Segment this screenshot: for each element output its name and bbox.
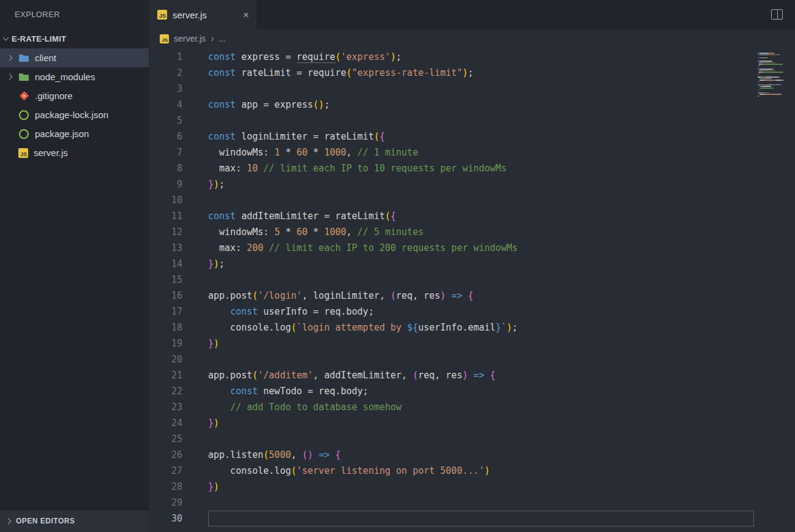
file-label: .gitignore (35, 91, 73, 101)
code-line[interactable]: 16app.post('/login', loginLimiter, (req,… (149, 288, 795, 304)
code-line[interactable]: 12 windowMs: 5 * 60 * 1000, // 5 minutes (149, 224, 795, 240)
code-line[interactable]: 9}); (149, 176, 795, 192)
code-text: }); (182, 176, 225, 192)
sidebar-item-gitignore[interactable]: .gitignore (0, 86, 149, 105)
code-text: max: 200 // limit each IP to 200 request… (182, 240, 518, 256)
code-line[interactable]: 8 max: 10 // limit each IP to 10 request… (149, 160, 795, 176)
code-line[interactable]: 10 (149, 192, 795, 208)
line-number[interactable]: 11 (149, 208, 182, 224)
code-line[interactable]: 4const app = express(); (149, 97, 795, 113)
code-line[interactable]: 28}) (149, 479, 795, 495)
code-text (182, 431, 208, 447)
code-text: }) (182, 335, 219, 351)
code-line[interactable]: 20 (149, 351, 795, 367)
chevron-right-icon (6, 518, 12, 524)
code-text: console.log('server listening on port 50… (182, 463, 490, 479)
code-line[interactable]: 22 const newTodo = req.body; (149, 383, 795, 399)
folder-node-icon (18, 72, 29, 83)
split-editor-icon[interactable] (771, 9, 783, 20)
line-number[interactable]: 28 (149, 479, 182, 495)
line-number[interactable]: 23 (149, 399, 182, 415)
chevron-right-icon (7, 74, 13, 80)
line-number[interactable]: 10 (149, 192, 182, 208)
line-number[interactable]: 18 (149, 320, 182, 335)
sidebar-item-client[interactable]: client (0, 48, 149, 67)
code-line[interactable]: 1const express = require('express'); (149, 49, 795, 65)
breadcrumb[interactable]: JS server.js › ... (149, 29, 795, 48)
chevron-separator-icon: › (211, 33, 214, 44)
nodejson-icon (18, 110, 29, 121)
sidebar-item-server-js[interactable]: JSserver.js (0, 143, 149, 162)
line-number[interactable]: 16 (149, 288, 182, 304)
code-text: const userInfo = req.body; (182, 304, 374, 320)
code-text: }); (182, 256, 225, 272)
code-text: const app = express(); (182, 97, 330, 113)
code-line[interactable]: 27 console.log('server listening on port… (149, 463, 795, 479)
code-line[interactable]: 2const rateLimit = require("express-rate… (149, 65, 795, 81)
code-line[interactable]: 11const addItemLimiter = rateLimit({ (149, 208, 795, 224)
line-number[interactable]: 27 (149, 463, 182, 479)
code-editor[interactable]: 1const express = require('express');2con… (149, 48, 795, 532)
line-number[interactable]: 8 (149, 160, 182, 176)
code-line[interactable]: 14}); (149, 256, 795, 272)
code-line[interactable]: 15 (149, 272, 795, 288)
code-text: const express = require('express'); (182, 49, 401, 65)
code-line[interactable]: 17 const userInfo = req.body; (149, 304, 795, 320)
line-number[interactable]: 25 (149, 431, 182, 447)
line-number[interactable]: 4 (149, 97, 182, 113)
code-line[interactable]: 25 (149, 431, 795, 447)
code-line[interactable]: 21app.post('/additem', addItemLimiter, (… (149, 367, 795, 383)
code-line[interactable]: 23 // add Todo to database somehow (149, 399, 795, 415)
line-number[interactable]: 15 (149, 272, 182, 288)
sidebar-item-node-modules[interactable]: node_modules (0, 67, 149, 86)
code-text (182, 81, 208, 97)
line-number[interactable]: 14 (149, 256, 182, 272)
breadcrumb-more[interactable]: ... (218, 34, 226, 43)
chevron-down-icon (3, 35, 9, 41)
project-name: E-RATE-LIMIT (12, 34, 66, 43)
line-number[interactable]: 24 (149, 415, 182, 431)
line-number[interactable]: 19 (149, 335, 182, 351)
breadcrumb-file[interactable]: server.js (174, 34, 206, 43)
line-number[interactable]: 12 (149, 224, 182, 240)
sidebar-item-package-lock-json[interactable]: package-lock.json (0, 105, 149, 124)
close-icon[interactable]: × (243, 10, 249, 20)
line-number[interactable]: 26 (149, 447, 182, 463)
code-text (182, 192, 208, 208)
line-number[interactable]: 20 (149, 351, 182, 367)
code-text (182, 272, 208, 288)
sidebar-item-package-json[interactable]: package.json (0, 124, 149, 143)
code-line[interactable]: 18 console.log(`login attempted by ${use… (149, 320, 795, 335)
line-number[interactable]: 5 (149, 113, 182, 129)
code-line[interactable]: 29 (149, 495, 795, 511)
code-text: const rateLimit = require("express-rate-… (182, 65, 474, 81)
code-line[interactable]: 13 max: 200 // limit each IP to 200 requ… (149, 240, 795, 256)
line-number[interactable]: 21 (149, 367, 182, 383)
code-text: windowMs: 1 * 60 * 1000, // 1 minute (182, 144, 418, 160)
file-tree: clientnode_modules.gitignorepackage-lock… (0, 48, 149, 509)
code-line[interactable]: 7 windowMs: 1 * 60 * 1000, // 1 minute (149, 144, 795, 160)
line-number[interactable]: 2 (149, 65, 182, 81)
line-number[interactable]: 9 (149, 176, 182, 192)
project-section-header[interactable]: E-RATE-LIMIT (0, 31, 149, 46)
line-number[interactable]: 1 (149, 49, 182, 65)
code-line[interactable]: 5 (149, 113, 795, 129)
line-number[interactable]: 17 (149, 304, 182, 320)
line-number[interactable]: 6 (149, 129, 182, 144)
tab-server-js[interactable]: JS server.js × (149, 0, 256, 29)
minimap[interactable] (758, 53, 793, 100)
line-number[interactable]: 29 (149, 495, 182, 511)
line-number[interactable]: 3 (149, 81, 182, 97)
line-number[interactable]: 22 (149, 383, 182, 399)
code-line[interactable]: 24}) (149, 415, 795, 431)
code-line[interactable]: 6const loginLimiter = rateLimit({ (149, 129, 795, 144)
open-editors-header[interactable]: OPEN EDITORS (0, 509, 149, 532)
code-line[interactable]: 30 (149, 511, 795, 526)
code-line[interactable]: 26app.listen(5000, () => { (149, 447, 795, 463)
line-number[interactable]: 7 (149, 144, 182, 160)
line-number[interactable]: 13 (149, 240, 182, 256)
code-line[interactable]: 19}) (149, 335, 795, 351)
line-number[interactable]: 30 (149, 511, 182, 526)
folder-client-icon (18, 53, 29, 64)
code-line[interactable]: 3 (149, 81, 795, 97)
